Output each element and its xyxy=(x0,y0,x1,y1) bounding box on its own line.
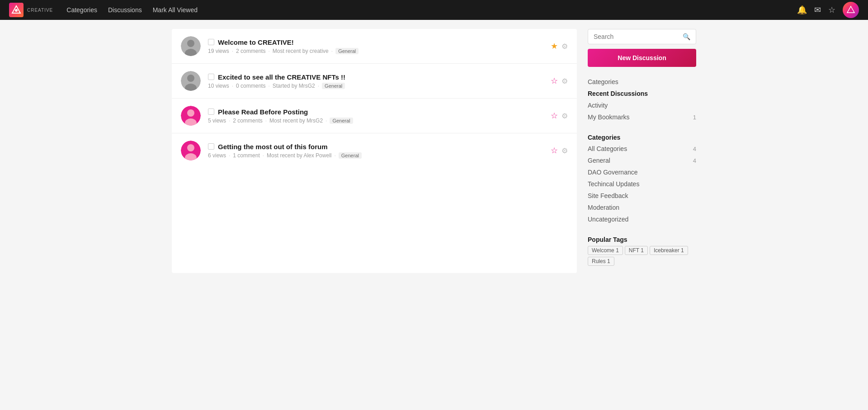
discussion-item: Excited to see all the CREATIVE NFTs !! … xyxy=(172,64,577,99)
discussion-checkbox[interactable] xyxy=(208,39,214,45)
discussion-meta: 10 views · 0 comments · Started by MrsG2… xyxy=(208,83,543,89)
tag-icebreaker[interactable]: Icebreaker 1 xyxy=(650,246,688,255)
svg-point-13 xyxy=(187,144,194,151)
search-icon: 🔍 xyxy=(683,33,690,40)
nav-links: Categories Discussions Mark All Viewed xyxy=(66,6,198,14)
discussion-item: Getting the most out of this forum 6 vie… xyxy=(172,133,577,168)
discussion-title[interactable]: Getting the most out of this forum xyxy=(218,143,327,151)
discussion-item: Please Read Before Posting 5 views · 2 c… xyxy=(172,99,577,133)
nav-link-categories[interactable]: Categories xyxy=(66,6,97,14)
bookmarks-count: 1 xyxy=(693,114,696,121)
category-tag[interactable]: General xyxy=(322,83,345,89)
nav-link-discussions[interactable]: Discussions xyxy=(108,6,142,14)
discussion-meta: 6 views · 1 comment · Most recent by Ale… xyxy=(208,152,543,159)
discussion-checkbox[interactable] xyxy=(208,74,214,80)
svg-point-7 xyxy=(187,75,194,82)
recent-by: Most recent by creative xyxy=(273,48,329,54)
sidebar-link-my-bookmarks[interactable]: My Bookmarks 1 xyxy=(588,111,696,123)
gear-button[interactable]: ⚙ xyxy=(561,77,568,85)
general-count: 4 xyxy=(693,157,696,164)
discussion-header: Please Read Before Posting xyxy=(208,108,543,116)
discussion-meta: 19 views · 2 comments · Most recent by c… xyxy=(208,48,543,54)
views-count: 5 views xyxy=(208,118,226,124)
logo[interactable]: CREATIVE xyxy=(9,3,53,17)
sidebar-link-recent-discussions[interactable]: Recent Discussions xyxy=(588,88,696,99)
gear-button[interactable]: ⚙ xyxy=(561,42,568,51)
discussion-item: Welcome to CREATIVE! 19 views · 2 commen… xyxy=(172,29,577,64)
discussion-actions: ☆ ⚙ xyxy=(551,111,568,121)
category-tag[interactable]: General xyxy=(330,118,353,124)
tag-welcome[interactable]: Welcome 1 xyxy=(588,246,623,255)
discussion-header: Welcome to CREATIVE! xyxy=(208,38,543,46)
sidebar-tags-section: Popular Tags Welcome 1 NFT 1 Icebreaker … xyxy=(588,232,696,266)
discussion-content: Getting the most out of this forum 6 vie… xyxy=(208,143,543,159)
sidebar-link-moderation[interactable]: Moderation xyxy=(588,202,696,213)
main-container: Welcome to CREATIVE! 19 views · 2 commen… xyxy=(163,20,705,282)
top-navigation: CREATIVE Categories Discussions Mark All… xyxy=(0,0,868,20)
sidebar-nav-section: Categories Recent Discussions Activity M… xyxy=(588,76,696,123)
sidebar-categories-section: Categories All Categories 4 General 4 DA… xyxy=(588,130,696,225)
popular-tags-title: Popular Tags xyxy=(588,232,696,246)
discussion-actions: ★ ⚙ xyxy=(551,41,568,51)
category-tag[interactable]: General xyxy=(339,152,362,159)
comments-count: 1 comment xyxy=(233,152,259,159)
sidebar: 🔍 New Discussion Categories Recent Discu… xyxy=(588,29,696,273)
logo-icon xyxy=(9,3,24,17)
gear-button[interactable]: ⚙ xyxy=(561,146,568,155)
recent-by: Most recent by Alex Powell xyxy=(267,152,331,159)
discussion-title[interactable]: Excited to see all the CREATIVE NFTs !! xyxy=(218,73,345,81)
categories-section-title: Categories xyxy=(588,130,696,143)
sidebar-link-technical-updates[interactable]: Techincal Updates xyxy=(588,178,696,190)
discussion-header: Getting the most out of this forum xyxy=(208,143,543,151)
views-count: 19 views xyxy=(208,48,229,54)
nav-right: 🔔 ✉ ☆ xyxy=(797,2,859,18)
star-button[interactable]: ☆ xyxy=(551,146,558,156)
sidebar-link-all-categories[interactable]: All Categories 4 xyxy=(588,143,696,155)
discussion-checkbox[interactable] xyxy=(208,143,214,150)
nav-left: CREATIVE Categories Discussions Mark All… xyxy=(9,3,198,17)
discussion-actions: ☆ ⚙ xyxy=(551,76,568,86)
avatar xyxy=(181,141,201,160)
all-categories-count: 4 xyxy=(693,146,696,152)
sidebar-link-categories[interactable]: Categories xyxy=(588,76,696,88)
star-button[interactable]: ☆ xyxy=(551,76,558,86)
discussion-checkbox[interactable] xyxy=(208,108,214,115)
search-box: 🔍 xyxy=(588,29,696,44)
discussion-content: Welcome to CREATIVE! 19 views · 2 commen… xyxy=(208,38,543,54)
tag-rules[interactable]: Rules 1 xyxy=(588,257,614,266)
views-count: 10 views xyxy=(208,83,229,89)
discussion-header: Excited to see all the CREATIVE NFTs !! xyxy=(208,73,543,81)
sidebar-link-dao-governance[interactable]: DAO Governance xyxy=(588,166,696,178)
discussion-meta: 5 views · 2 comments · Most recent by Mr… xyxy=(208,118,543,124)
tag-nft[interactable]: NFT 1 xyxy=(625,246,648,255)
star-button[interactable]: ★ xyxy=(551,41,558,51)
tags-container: Welcome 1 NFT 1 Icebreaker 1 Rules 1 xyxy=(588,246,696,266)
discussion-title[interactable]: Please Read Before Posting xyxy=(218,108,308,116)
category-tag[interactable]: General xyxy=(335,48,359,54)
sidebar-link-activity[interactable]: Activity xyxy=(588,99,696,111)
recent-by: Most recent by MrsG2 xyxy=(269,118,323,124)
brand-logo[interactable] xyxy=(843,2,859,18)
nav-link-mark-all-viewed[interactable]: Mark All Viewed xyxy=(153,6,198,14)
message-icon[interactable]: ✉ xyxy=(814,5,821,15)
discussion-content: Please Read Before Posting 5 views · 2 c… xyxy=(208,108,543,124)
sidebar-link-uncategorized[interactable]: Uncategorized xyxy=(588,213,696,225)
bookmark-icon[interactable]: ☆ xyxy=(828,5,835,15)
svg-marker-2 xyxy=(847,6,854,13)
comments-count: 2 comments xyxy=(233,118,262,124)
new-discussion-button[interactable]: New Discussion xyxy=(588,49,696,67)
svg-point-10 xyxy=(187,109,194,117)
avatar xyxy=(181,36,201,56)
gear-button[interactable]: ⚙ xyxy=(561,112,568,120)
svg-point-4 xyxy=(187,40,194,47)
sidebar-link-general[interactable]: General 4 xyxy=(588,155,696,166)
notification-icon[interactable]: 🔔 xyxy=(797,5,807,15)
avatar xyxy=(181,71,201,91)
discussion-title[interactable]: Welcome to CREATIVE! xyxy=(218,38,294,46)
star-button[interactable]: ☆ xyxy=(551,111,558,121)
comments-count: 0 comments xyxy=(236,83,265,89)
svg-point-1 xyxy=(15,9,18,12)
search-input[interactable] xyxy=(594,33,683,40)
sidebar-link-site-feedback[interactable]: Site Feedback xyxy=(588,190,696,202)
logo-text: CREATIVE xyxy=(27,8,53,13)
